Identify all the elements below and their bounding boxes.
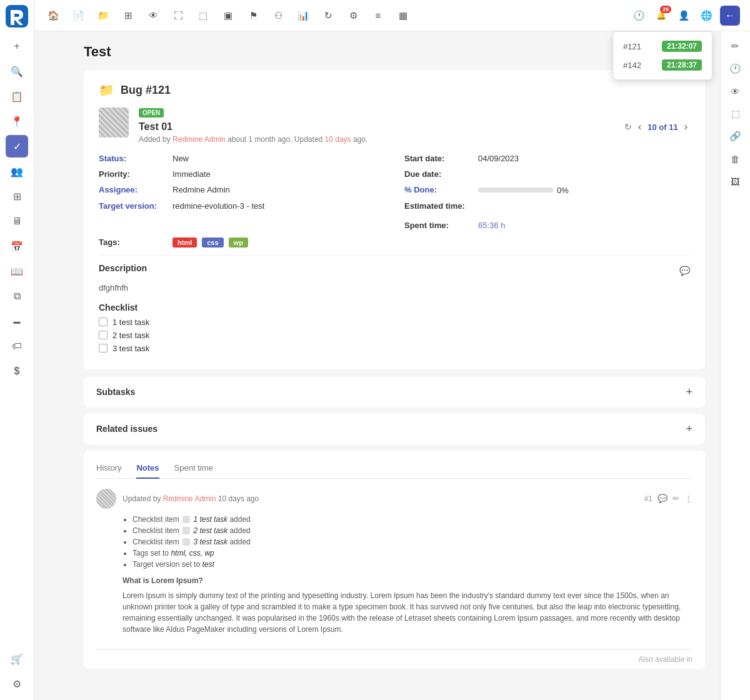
topbar-settings[interactable]: ⚙ [344, 7, 362, 24]
sidebar-calendar[interactable]: 📅 [6, 235, 28, 258]
activity-more-icon[interactable]: ⋮ [684, 494, 692, 503]
panel-edit-icon[interactable]: ✏ [726, 36, 746, 56]
start-date-label: Start date: [404, 154, 473, 163]
activity-entry-1: Updated by Redmine Admin 10 days ago #1 … [96, 479, 692, 649]
topbar-box[interactable]: ▣ [219, 7, 237, 24]
sidebar-gear[interactable]: ⚙ [6, 672, 28, 695]
next-button[interactable]: › [682, 120, 690, 134]
target-version-value[interactable]: redmine-evolution-3 - test [172, 201, 264, 211]
topbar-home[interactable]: 🏠 [44, 7, 62, 24]
topbar-eye[interactable]: 👁 [144, 7, 162, 24]
sidebar-tasks[interactable]: ✓ [6, 135, 28, 158]
sidebar-map[interactable]: 📍 [6, 110, 28, 132]
nav-count: 10 of 11 [648, 122, 678, 132]
related-issues-section[interactable]: Related issues + [84, 414, 705, 444]
panel-copy-icon[interactable]: ⬚ [726, 104, 746, 124]
assignee-value[interactable]: Redmine Admin [172, 185, 230, 194]
checkbox-3[interactable] [99, 344, 108, 352]
activity-author[interactable]: Redmine Admin [163, 494, 216, 503]
back-button[interactable]: ← [720, 6, 740, 26]
panel-image-icon[interactable]: 🖼 [726, 171, 746, 191]
checkbox-2[interactable] [99, 331, 108, 339]
tab-history[interactable]: History [96, 458, 121, 479]
topbar-bookmark[interactable]: ⛶ [169, 7, 187, 24]
page-title: Test [84, 44, 705, 60]
change-item-1: Checklist item 1 test task added [132, 515, 692, 524]
author-link[interactable]: Redmine Admin [172, 135, 226, 144]
activity-avatar [96, 489, 116, 509]
sidebar-people[interactable]: 👥 [6, 160, 28, 182]
progress-bar [478, 188, 553, 192]
field-priority: Priority: Immediate [99, 169, 384, 179]
panel-view-icon[interactable]: 👁 [726, 81, 746, 101]
topbar-refresh[interactable]: ↻ [319, 7, 337, 24]
description-comment-icon: 💬 [679, 266, 690, 276]
activity-text: What is Lorem Ipsum? Lorem Ipsum is simp… [96, 575, 692, 635]
target-version-label: Target version: [99, 201, 168, 211]
ago-text: ago. [353, 135, 368, 144]
language-icon[interactable]: 🌐 [698, 7, 715, 24]
sidebar-grid[interactable]: ⊞ [6, 185, 28, 208]
topbar-grid[interactable]: ⊞ [119, 7, 137, 24]
checklist-label-2: 2 test task [112, 331, 149, 340]
assignee-label: Assignee: [99, 185, 168, 194]
change-icon-3 [182, 538, 190, 546]
tag-html[interactable]: html [172, 238, 197, 248]
estimated-time-label: Estimated time: [404, 201, 473, 211]
subtasks-section[interactable]: Subtasks + [84, 377, 705, 408]
sidebar-cart[interactable]: 🛒 [6, 648, 28, 670]
topbar-folder[interactable]: 📁 [94, 7, 112, 24]
also-available: Also available in [638, 655, 692, 664]
sidebar-add[interactable]: + [6, 35, 28, 58]
activity-actions: #1 💬 ✏ ⋮ [644, 494, 692, 503]
sidebar-search[interactable]: 🔍 [6, 60, 28, 82]
spent-time-value[interactable]: 65:36 h [478, 221, 505, 230]
time-entry-1[interactable]: #121 21:32:07 [613, 37, 712, 56]
tag-wp[interactable]: wp [229, 238, 248, 248]
panel-clock-icon[interactable]: 🕐 [726, 59, 746, 79]
time-entry-2[interactable]: #142 21:28:37 [613, 56, 712, 74]
notification-bell[interactable]: 🔔 29 [652, 7, 670, 24]
sidebar-terminal[interactable]: ▬ [6, 310, 28, 332]
sidebar-layers[interactable]: ⧉ [6, 285, 28, 308]
sidebar-monitor[interactable]: 🖥 [6, 210, 28, 232]
status-value: New [172, 154, 189, 163]
checklist-title: Checklist [99, 302, 690, 312]
updated-link[interactable]: 10 days [325, 135, 351, 144]
start-date-value: 04/09/2023 [478, 154, 519, 163]
clock-icon[interactable]: 🕐 [630, 7, 648, 24]
related-issues-add-icon[interactable]: + [686, 422, 692, 436]
tab-notes[interactable]: Notes [136, 458, 159, 479]
activity-edit-icon[interactable]: ✏ [672, 494, 679, 503]
related-issues-title: Related issues [96, 424, 158, 434]
topbar-flag[interactable]: ⚑ [244, 7, 262, 24]
sidebar-notes[interactable]: 📋 [6, 85, 28, 108]
topbar-chart[interactable]: 📊 [294, 7, 312, 24]
checklist-item-1: 1 test task [99, 318, 690, 327]
prev-button[interactable]: ‹ [636, 120, 644, 134]
sidebar-tag[interactable]: 🏷 [6, 335, 28, 358]
topbar-doc[interactable]: 📄 [69, 7, 87, 24]
tag-css[interactable]: css [202, 238, 223, 248]
panel-trash-icon[interactable]: 🗑 [726, 149, 746, 169]
subtasks-add-icon[interactable]: + [686, 386, 692, 399]
topbar-people[interactable]: ⚇ [269, 7, 287, 24]
app-logo[interactable] [6, 5, 28, 28]
time-issue-2: #142 [623, 61, 641, 70]
tags-label: Tags: [99, 238, 168, 247]
right-panel: ✏ 🕐 👁 ⬚ 🔗 🗑 🖼 [720, 31, 750, 700]
refresh-button[interactable]: ↻ [624, 122, 632, 132]
activity-changes: Checklist item 1 test task added Checkli… [96, 515, 692, 569]
activity-comment-icon[interactable]: 💬 [658, 494, 668, 503]
checklist-label-1: 1 test task [112, 318, 149, 327]
sidebar-book[interactable]: 📖 [6, 260, 28, 282]
sidebar-dollar[interactable]: $ [6, 360, 28, 382]
topbar-bars[interactable]: ≡ [369, 7, 387, 24]
topbar-copy[interactable]: ⬚ [194, 7, 212, 24]
user-icon[interactable]: 👤 [675, 7, 692, 24]
checkbox-1[interactable] [99, 318, 108, 326]
issue-subject-row: Test 01 ↻ ‹ 10 of 11 › [139, 120, 690, 134]
tab-spent-time[interactable]: Spent time [174, 458, 213, 479]
panel-link-icon[interactable]: 🔗 [726, 126, 746, 146]
topbar-layout[interactable]: ▦ [394, 7, 412, 24]
